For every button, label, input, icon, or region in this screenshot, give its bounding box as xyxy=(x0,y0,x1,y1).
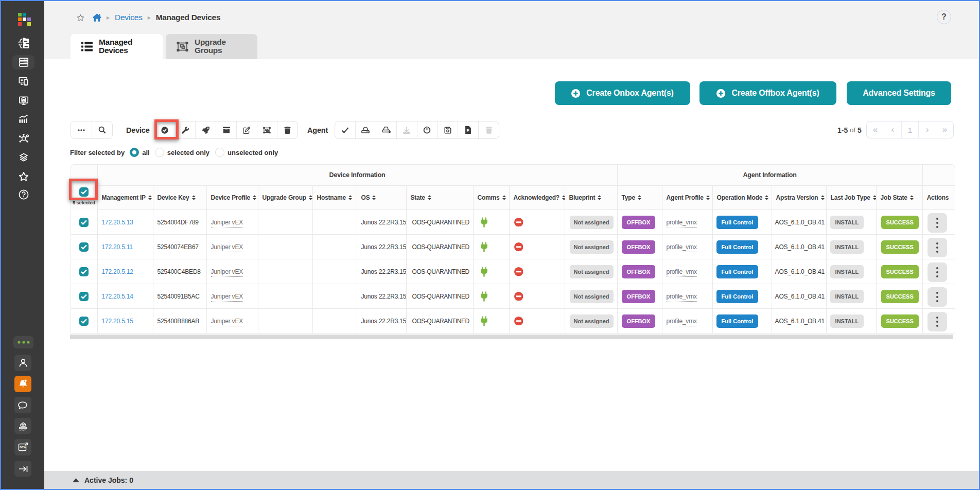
svg-text:P: P xyxy=(467,128,469,133)
svg-text:DCA: DCA xyxy=(20,446,26,449)
